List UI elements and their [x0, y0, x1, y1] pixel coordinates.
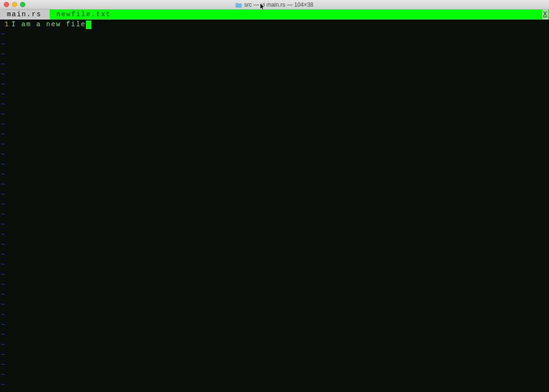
tilde-marker: ~ [0, 350, 6, 360]
tilde-marker: ~ [0, 120, 6, 130]
tilde-marker: ~ [0, 310, 6, 320]
code-text: I am a new file [11, 20, 86, 30]
tilde-marker: ~ [0, 100, 6, 110]
tilde-marker: ~ [0, 180, 6, 190]
tilde-marker: ~ [0, 300, 6, 310]
tilde-marker: ~ [0, 370, 6, 380]
tilde-marker: ~ [0, 70, 6, 80]
tilde-marker: ~ [0, 380, 6, 390]
text-cursor [86, 21, 91, 29]
tilde-marker: ~ [0, 90, 6, 100]
tab-bar: main.rs newfile.txt X [0, 10, 549, 20]
editor-area[interactable]: 1 I am a new file ~ ~ ~ ~ ~ ~ ~ ~ ~ ~ ~ … [0, 20, 549, 392]
tilde-marker: ~ [0, 280, 6, 290]
tilde-marker: ~ [0, 140, 6, 150]
tilde-marker: ~ [0, 220, 6, 230]
minimize-window-button[interactable] [12, 2, 17, 7]
tilde-marker: ~ [0, 190, 6, 200]
tilde-marker: ~ [0, 110, 6, 120]
tilde-marker: ~ [0, 30, 6, 40]
tilde-marker: ~ [0, 240, 6, 250]
tilde-marker: ~ [0, 320, 6, 330]
tilde-marker: ~ [0, 170, 6, 180]
tilde-marker: ~ [0, 360, 6, 370]
tilde-marker: ~ [0, 150, 6, 160]
tilde-marker: ~ [0, 210, 6, 220]
tilde-marker: ~ [0, 160, 6, 170]
window-title: src — vi main.rs — 104×38 [235, 1, 313, 8]
tilde-marker: ~ [0, 260, 6, 270]
traffic-lights [0, 2, 25, 7]
close-window-button[interactable] [4, 2, 9, 7]
tilde-marker: ~ [0, 50, 6, 60]
tilde-marker: ~ [0, 270, 6, 280]
tilde-marker: ~ [0, 200, 6, 210]
tilde-marker: ~ [0, 80, 6, 90]
tilde-marker: ~ [0, 40, 6, 50]
line-number: 1 [0, 20, 11, 30]
line-content: I am a new file [11, 20, 91, 30]
tilde-marker: ~ [0, 230, 6, 240]
tilde-marker: ~ [0, 340, 6, 350]
tilde-marker: ~ [0, 250, 6, 260]
window-titlebar: src — vi main.rs — 104×38 [0, 0, 549, 10]
tilde-marker: ~ [0, 330, 6, 340]
empty-line-markers: ~ ~ ~ ~ ~ ~ ~ ~ ~ ~ ~ ~ ~ ~ ~ ~ ~ ~ ~ ~ … [0, 30, 6, 392]
tilde-marker: ~ [0, 290, 6, 300]
maximize-window-button[interactable] [20, 2, 25, 7]
window-title-text: src — vi main.rs — 104×38 [244, 1, 313, 8]
tab-close-button[interactable]: X [542, 10, 548, 20]
tilde-marker: ~ [0, 130, 6, 140]
tab-newfile-txt[interactable]: newfile.txt [50, 10, 119, 20]
tab-main-rs[interactable]: main.rs [0, 10, 50, 20]
editor-line: 1 I am a new file [0, 20, 549, 30]
folder-icon [235, 2, 242, 7]
tilde-marker: ~ [0, 60, 6, 70]
